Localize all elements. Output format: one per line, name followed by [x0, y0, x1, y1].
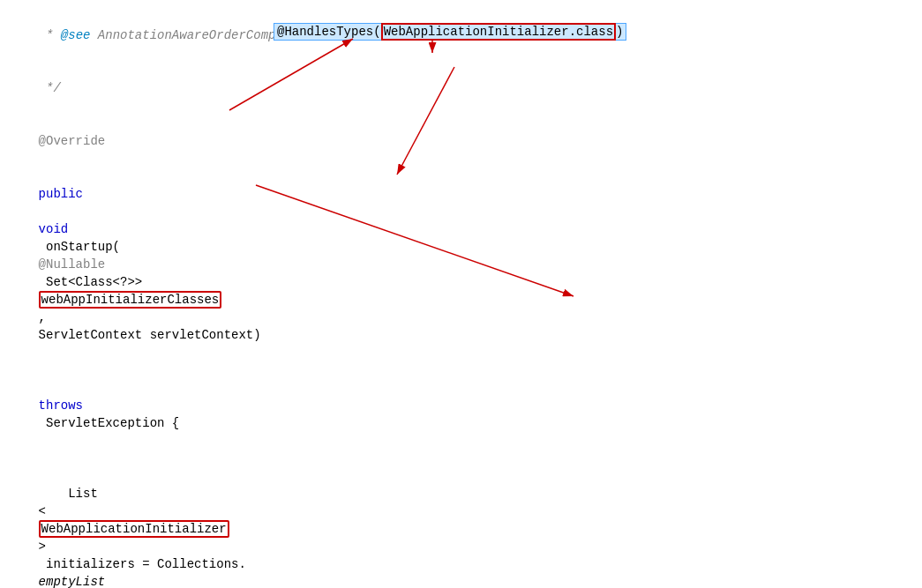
code-line-6 — [9, 450, 922, 467]
handles-types-annotation: @HandlesTypes(WebApplicationInitializer.… — [274, 23, 626, 41]
keyword-void: void — [39, 222, 69, 236]
code-line-2: */ — [9, 62, 922, 115]
keyword-public: public — [39, 187, 83, 201]
annotation-override: @Override — [39, 134, 106, 148]
code-line-5: throws ServletException { — [9, 361, 922, 450]
line-comment-2: */ — [39, 81, 61, 95]
code-line-3: @Override — [9, 115, 922, 167]
type-webappinitializer: WebApplicationInitializer — [39, 520, 229, 538]
code-editor: * @see AnnotationAwareOrderComparator */… — [0, 0, 922, 588]
code-line-4: public void onStartup( @Nullable Set<Cla… — [9, 167, 922, 361]
code-line-7: List < WebApplicationInitializer > initi… — [9, 467, 922, 588]
param-webappinitializerclasses: webAppInitializerClasses — [39, 291, 222, 309]
